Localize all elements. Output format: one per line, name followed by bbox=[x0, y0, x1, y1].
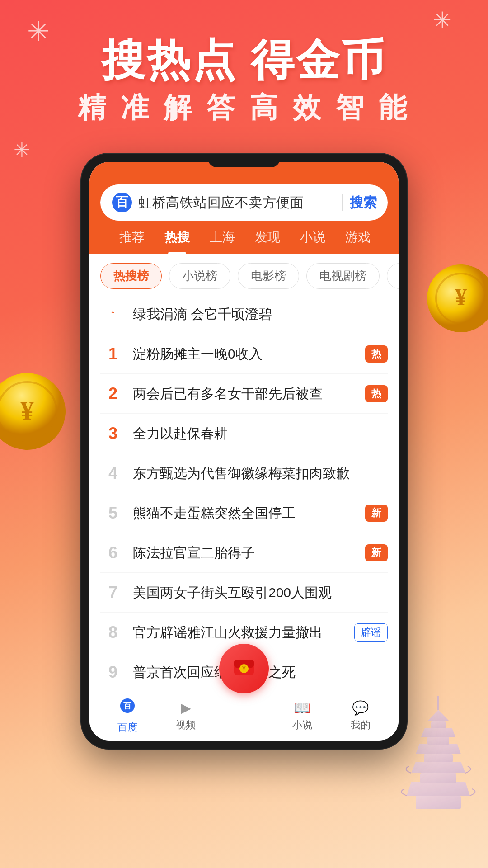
nav-tab-hot[interactable]: 热搜 bbox=[155, 221, 200, 254]
bottom-nav-novel[interactable]: 📖 小说 bbox=[273, 700, 331, 732]
hot-list-item[interactable]: 6 陈法拉官宣二胎得子 新 bbox=[100, 533, 388, 573]
svg-rect-10 bbox=[424, 754, 453, 762]
phone-screen: 百 虹桥高铁站回应不卖方便面 搜索 推荐 热搜 上海 发现 小说 游戏 听书 bbox=[89, 162, 399, 741]
bottom-nav-mine[interactable]: 💬 我的 bbox=[331, 700, 389, 732]
svg-marker-15 bbox=[427, 710, 449, 721]
red-envelope-button[interactable]: ¥ bbox=[219, 644, 269, 693]
svg-rect-12 bbox=[427, 737, 449, 745]
hot-title: 熊猫不走蛋糕突然全国停工 bbox=[133, 504, 360, 523]
mine-nav-icon: 💬 bbox=[352, 700, 369, 716]
hero-header: 搜热点 得金币 精 准 解 答 高 效 智 能 bbox=[0, 0, 488, 127]
svg-text:百: 百 bbox=[123, 701, 132, 710]
video-nav-icon: ▶ bbox=[181, 700, 191, 716]
sub-tab-tv[interactable]: 电视剧榜 bbox=[306, 263, 380, 289]
nav-tab-game[interactable]: 游戏 bbox=[335, 221, 380, 254]
red-envelope-icon: ¥ bbox=[230, 652, 258, 685]
baidu-nav-icon: 百 bbox=[119, 698, 136, 718]
phone-notch bbox=[208, 154, 280, 167]
nav-tab-discover[interactable]: 发现 bbox=[245, 221, 290, 254]
search-divider bbox=[342, 194, 343, 211]
sub-tab-movie[interactable]: 电影榜 bbox=[238, 263, 299, 289]
hot-badge: 热 bbox=[365, 385, 388, 402]
baidu-logo: 百 bbox=[111, 192, 133, 213]
hot-title: 官方辟谣雅江山火救援力量撤出 bbox=[133, 623, 349, 642]
svg-marker-7 bbox=[407, 782, 470, 796]
hot-title: 绿我涓滴 会它千顷澄碧 bbox=[133, 305, 388, 324]
hot-list-item[interactable]: 1 淀粉肠摊主一晚0收入 热 bbox=[100, 334, 388, 374]
hot-rank: 7 bbox=[100, 583, 126, 602]
svg-marker-13 bbox=[421, 728, 455, 737]
hot-badge: 新 bbox=[365, 544, 388, 561]
svg-marker-9 bbox=[411, 762, 465, 773]
search-bar[interactable]: 百 虹桥高铁站回应不卖方便面 搜索 bbox=[100, 184, 388, 221]
sub-tabs-container: 热搜榜 小说榜 电影榜 电视剧榜 汽车榜 bbox=[89, 254, 399, 294]
hot-list-item[interactable]: 7 美国两女子街头互殴引200人围观 bbox=[100, 573, 388, 613]
sub-tab-car[interactable]: 汽车榜 bbox=[387, 263, 399, 289]
novel-nav-icon: 📖 bbox=[294, 700, 310, 716]
app-header: 百 虹桥高铁站回应不卖方便面 搜索 推荐 热搜 上海 发现 小说 游戏 听书 bbox=[89, 162, 399, 254]
svg-rect-6 bbox=[416, 796, 461, 809]
bottom-nav-video[interactable]: ▶ 视频 bbox=[157, 700, 215, 732]
sub-tab-hot[interactable]: 热搜榜 bbox=[100, 263, 162, 289]
bottom-nav-video-label: 视频 bbox=[176, 718, 196, 732]
svg-text:¥: ¥ bbox=[242, 665, 246, 672]
firework-decoration-3: ✳ bbox=[14, 140, 30, 160]
hot-rank: 2 bbox=[100, 384, 126, 403]
svg-marker-11 bbox=[416, 744, 461, 754]
gold-coin-left: ¥ bbox=[0, 371, 68, 452]
hot-rank: 4 bbox=[100, 464, 126, 483]
bottom-nav: 百 百度 ▶ 视频 bbox=[89, 691, 399, 741]
nav-tab-listen[interactable]: 听书 bbox=[380, 221, 388, 254]
hot-title: 全力以赴保春耕 bbox=[133, 424, 388, 443]
hot-title: 两会后已有多名女干部先后被查 bbox=[133, 384, 360, 403]
hot-title: 美国两女子街头互殴引200人围观 bbox=[133, 583, 388, 602]
hero-sub-title: 精 准 解 答 高 效 智 能 bbox=[0, 89, 488, 127]
bottom-nav-novel-label: 小说 bbox=[292, 718, 312, 732]
hot-list-item[interactable]: 5 熊猫不走蛋糕突然全国停工 新 bbox=[100, 493, 388, 533]
svg-text:¥: ¥ bbox=[21, 396, 34, 425]
hot-badge: 热 bbox=[365, 345, 388, 363]
bottom-nav-baidu-label: 百度 bbox=[117, 721, 137, 734]
hot-title: 淀粉肠摊主一晚0收入 bbox=[133, 344, 360, 363]
hot-badge: 辟谣 bbox=[354, 623, 388, 642]
svg-rect-8 bbox=[420, 773, 456, 783]
svg-text:¥: ¥ bbox=[455, 284, 467, 310]
hot-badge: 新 bbox=[365, 505, 388, 522]
nav-tab-shanghai[interactable]: 上海 bbox=[200, 221, 245, 254]
bottom-nav-baidu[interactable]: 百 百度 bbox=[99, 698, 157, 734]
gold-coin-right: ¥ bbox=[425, 262, 488, 335]
hot-rank: 6 bbox=[100, 543, 126, 562]
nav-tabs-container: 推荐 热搜 上海 发现 小说 游戏 听书 ≡ bbox=[100, 221, 388, 254]
sub-tab-novel[interactable]: 小说榜 bbox=[169, 263, 230, 289]
hot-title: 东方甄选为代售御徽缘梅菜扣肉致歉 bbox=[133, 464, 388, 483]
hot-rank: 9 bbox=[100, 663, 126, 682]
hot-rank: 8 bbox=[100, 623, 126, 642]
nav-tab-novel[interactable]: 小说 bbox=[290, 221, 335, 254]
hot-rank: 1 bbox=[100, 344, 126, 363]
svg-rect-14 bbox=[431, 721, 446, 728]
hot-list-item[interactable]: 2 两会后已有多名女干部先后被查 热 bbox=[100, 374, 388, 414]
hot-rank: 5 bbox=[100, 504, 126, 523]
search-query-text: 虹桥高铁站回应不卖方便面 bbox=[138, 193, 334, 212]
phone-frame: 百 虹桥高铁站回应不卖方便面 搜索 推荐 热搜 上海 发现 小说 游戏 听书 bbox=[81, 154, 407, 749]
hot-list-item[interactable]: ↑ 绿我涓滴 会它千顷澄碧 bbox=[100, 294, 388, 334]
nav-tab-recommend[interactable]: 推荐 bbox=[109, 221, 155, 254]
search-button[interactable]: 搜索 bbox=[350, 193, 377, 212]
bottom-nav-mine-label: 我的 bbox=[351, 718, 371, 732]
svg-text:百: 百 bbox=[116, 195, 129, 209]
hot-list-item[interactable]: 4 东方甄选为代售御徽缘梅菜扣肉致歉 bbox=[100, 453, 388, 493]
hot-list-item[interactable]: 3 全力以赴保春耕 bbox=[100, 414, 388, 453]
phone-mockup: 百 虹桥高铁站回应不卖方便面 搜索 推荐 热搜 上海 发现 小说 游戏 听书 bbox=[81, 154, 407, 749]
hero-main-title: 搜热点 得金币 bbox=[0, 36, 488, 84]
hot-rank: ↑ bbox=[100, 307, 126, 321]
hot-title: 陈法拉官宣二胎得子 bbox=[133, 543, 360, 562]
hot-rank: 3 bbox=[100, 424, 126, 443]
